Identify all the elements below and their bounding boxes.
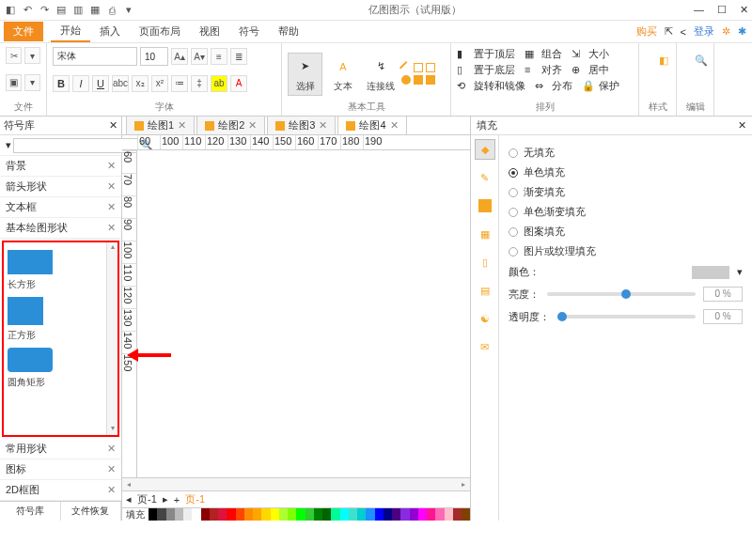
distribute[interactable]: ⇔分布 — [535, 79, 572, 93]
cut-icon[interactable]: ✂ — [6, 47, 22, 64]
fill-solid[interactable]: 单色填充 — [509, 163, 743, 182]
shape-square[interactable] — [8, 297, 43, 325]
bring-front[interactable]: ▮置于顶层 — [457, 47, 515, 61]
chevron-down-icon[interactable]: ▾ — [737, 266, 743, 278]
strike-icon[interactable]: abc — [112, 75, 129, 92]
bold-icon[interactable]: B — [53, 75, 70, 92]
tab-fill-icon[interactable]: ◆ — [475, 139, 495, 160]
select-tool[interactable]: ➤选择 — [288, 53, 322, 96]
tab-shadow-icon[interactable] — [475, 195, 495, 216]
login-link[interactable]: 登录 — [694, 24, 714, 39]
more-icon[interactable]: ▾ — [122, 4, 135, 17]
sup-icon[interactable]: x² — [151, 75, 168, 92]
close-icon[interactable]: ✕ — [740, 4, 748, 16]
chevron-down-icon[interactable]: ▾ — [6, 139, 11, 151]
minimize-icon[interactable]: — — [694, 4, 704, 16]
protect[interactable]: 🔒保护 — [582, 79, 619, 93]
doctab-4[interactable]: 绘图4✕ — [337, 116, 406, 134]
rotate[interactable]: ⟲旋转和镜像 — [457, 79, 525, 93]
new-icon[interactable]: ▤ — [55, 4, 68, 17]
color-picker[interactable] — [692, 266, 729, 279]
scrollbar-v[interactable]: ▴▾ — [106, 242, 118, 435]
fill-gradient[interactable]: 渐变填充 — [509, 182, 743, 202]
menu-help[interactable]: 帮助 — [269, 22, 308, 41]
undo-icon[interactable]: ↶ — [21, 4, 34, 17]
cat-2dframe[interactable]: 2D框图✕ — [0, 480, 121, 501]
gear-icon[interactable]: ✲ — [722, 25, 730, 38]
cat-common[interactable]: 常用形状✕ — [0, 439, 121, 459]
fill-monograd[interactable]: 单色渐变填充 — [509, 202, 743, 222]
tab-resource-icon[interactable]: ☯ — [475, 308, 495, 329]
redo-icon[interactable]: ↷ — [38, 4, 51, 17]
shrink-font-icon[interactable]: A▾ — [191, 48, 208, 65]
active-page[interactable]: 页-1 — [185, 492, 205, 506]
shape-palette[interactable] — [401, 63, 445, 85]
cat-arrow[interactable]: 箭头形状✕ — [0, 177, 121, 197]
tab-image-icon[interactable]: ▦ — [475, 224, 495, 244]
share-icon[interactable]: < — [681, 26, 686, 38]
menu-symbol[interactable]: 符号 — [229, 22, 269, 41]
menu-pagelayout[interactable]: 页面布局 — [130, 22, 190, 41]
export-icon[interactable]: ⇱ — [665, 25, 673, 38]
valign-icon[interactable]: ≣ — [230, 48, 247, 65]
size[interactable]: ⇲大小 — [572, 47, 609, 61]
next-page-icon[interactable]: ▸ — [163, 493, 168, 506]
search-input[interactable] — [13, 138, 138, 153]
brightness-slider[interactable] — [547, 292, 696, 296]
menu-start[interactable]: 开始 — [51, 21, 90, 42]
doctab-3[interactable]: 绘图3✕ — [267, 116, 336, 134]
cat-icons[interactable]: 图标✕ — [0, 459, 121, 480]
menu-insert[interactable]: 插入 — [90, 22, 130, 41]
underline-icon[interactable]: U — [92, 75, 109, 92]
italic-icon[interactable]: I — [72, 75, 89, 92]
doctab-1[interactable]: 绘图1✕ — [126, 116, 195, 134]
open-icon[interactable]: ▥ — [71, 4, 85, 17]
edit-button[interactable]: 🔍 — [682, 47, 720, 73]
menu-view[interactable]: 视图 — [190, 22, 229, 41]
transparency-slider[interactable] — [557, 315, 696, 319]
cat-basicshapes[interactable]: 基本绘图形状✕ — [0, 218, 121, 239]
align[interactable]: ≡对齐 — [525, 63, 562, 77]
dropdown-icon[interactable]: ▾ — [24, 47, 40, 64]
close-fill-icon[interactable]: ✕ — [738, 119, 746, 132]
maximize-icon[interactable]: ☐ — [717, 4, 727, 16]
tab-layer-icon[interactable]: ▯ — [475, 252, 495, 272]
fill-pattern[interactable]: 图案填充 — [509, 222, 743, 241]
fontcolor-icon[interactable]: A — [230, 75, 247, 92]
font-select[interactable]: 宋体 — [53, 47, 137, 66]
close-panel-icon[interactable]: ✕ — [109, 119, 118, 132]
paste-icon[interactable]: ▾ — [24, 74, 40, 91]
tab-comment-icon[interactable]: ✉ — [475, 336, 495, 357]
tab-symbols[interactable]: 符号库 — [0, 502, 61, 521]
cat-background[interactable]: 背景✕ — [0, 156, 121, 177]
center[interactable]: ⊕居中 — [572, 63, 609, 77]
tab-line-icon[interactable]: ✎ — [475, 167, 495, 188]
buy-link[interactable]: 购买 — [636, 24, 657, 39]
connector-tool[interactable]: ↯连接线 — [364, 54, 399, 95]
file-menu[interactable]: 文件 — [4, 22, 43, 41]
group[interactable]: ▦组合 — [525, 47, 562, 61]
send-back[interactable]: ▯置于底层 — [457, 63, 515, 77]
shape-rect[interactable] — [8, 250, 53, 274]
save-icon[interactable]: ▦ — [88, 4, 102, 17]
fill-texture[interactable]: 图片或纹理填充 — [509, 241, 743, 261]
doctab-2[interactable]: 绘图2✕ — [196, 116, 265, 134]
canvas[interactable] — [137, 150, 470, 477]
align-icon[interactable]: ≡ — [211, 48, 227, 65]
shape-roundrect[interactable] — [8, 348, 53, 372]
print-icon[interactable]: ⎙ — [105, 4, 118, 17]
copy-icon[interactable]: ▣ — [6, 74, 22, 91]
color-swatches[interactable] — [149, 508, 470, 521]
sub-icon[interactable]: x₂ — [132, 75, 149, 92]
fontsize-select[interactable]: 10 — [140, 47, 168, 66]
add-page-icon[interactable]: + — [174, 494, 180, 506]
tab-recovery[interactable]: 文件恢复 — [61, 502, 122, 521]
highlight-icon[interactable]: ab — [211, 75, 227, 92]
grow-font-icon[interactable]: A▴ — [171, 48, 188, 65]
prev-page-icon[interactable]: ◂ — [126, 493, 132, 506]
tab-page-icon[interactable]: ▤ — [475, 280, 495, 301]
bullet-icon[interactable]: ≔ — [171, 75, 188, 92]
page-label[interactable]: 页-1 — [137, 492, 157, 506]
linespace-icon[interactable]: ‡ — [191, 75, 208, 92]
scrollbar-h[interactable]: ◂▸ — [122, 477, 470, 490]
